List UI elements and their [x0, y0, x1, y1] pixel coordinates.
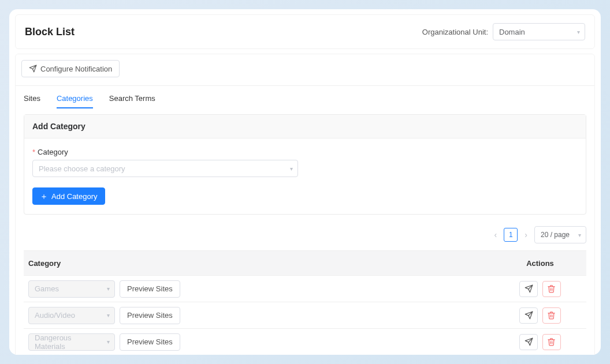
- page-next-button[interactable]: ›: [522, 229, 530, 241]
- preview-sites-label: Preview Sites: [127, 311, 173, 320]
- row-category-value: Audio/Video: [35, 311, 75, 320]
- notify-row-button[interactable]: [519, 307, 538, 324]
- trash-icon: [547, 337, 556, 346]
- configure-notification-button[interactable]: Configure Notification: [21, 60, 120, 77]
- preview-sites-button[interactable]: Preview Sites: [120, 333, 180, 351]
- send-icon: [525, 284, 533, 293]
- preview-sites-label: Preview Sites: [127, 284, 173, 293]
- tab-categories[interactable]: Categories: [57, 94, 93, 108]
- col-category-header: Category: [28, 259, 61, 268]
- trash-icon: [547, 284, 556, 293]
- row-category-value: Dangerous Materials: [35, 333, 98, 351]
- category-select-placeholder: Please choose a category: [39, 164, 125, 173]
- org-unit-label: Organizational Unit:: [422, 28, 488, 36]
- preview-sites-label: Preview Sites: [127, 337, 173, 346]
- table-row: Games ▾ Preview Sites: [24, 276, 586, 302]
- required-asterisk: *: [32, 148, 35, 156]
- category-field-label: *Category: [32, 148, 578, 156]
- page-number[interactable]: 1: [504, 228, 518, 242]
- row-category-select[interactable]: Games ▾: [28, 280, 115, 298]
- delete-row-button[interactable]: [542, 334, 561, 350]
- table-body: Games ▾ Preview Sites Audio/Video ▾ Prev…: [24, 276, 586, 355]
- tab-search-terms[interactable]: Search Terms: [109, 94, 155, 108]
- add-category-panel: Add Category *Category Please choose a c…: [24, 114, 586, 215]
- col-actions-header: Actions: [526, 259, 554, 268]
- notify-row-button[interactable]: [519, 334, 538, 350]
- tabs: Sites Categories Search Terms: [16, 86, 594, 108]
- add-category-button-label: Add Category: [51, 192, 98, 201]
- categories-table: Category Actions Games ▾ Preview Sites: [24, 250, 586, 355]
- pagination: ‹ 1 › 20 / page ▾: [16, 215, 594, 248]
- delete-row-button[interactable]: [542, 307, 561, 324]
- page-size-label: 20 / page: [541, 231, 570, 239]
- send-icon: [525, 337, 533, 346]
- chevron-down-icon: ▾: [107, 286, 110, 292]
- configure-notification-label: Configure Notification: [40, 65, 112, 73]
- row-category-value: Games: [35, 284, 59, 293]
- add-category-heading: Add Category: [24, 115, 586, 138]
- category-select[interactable]: Please choose a category ▾: [32, 160, 298, 177]
- table-row: Audio/Video ▾ Preview Sites: [24, 302, 586, 329]
- chevron-down-icon: ▾: [290, 166, 293, 172]
- send-icon: [525, 311, 533, 320]
- page-size-select[interactable]: 20 / page ▾: [534, 226, 586, 243]
- table-row: Dangerous Materials ▾ Preview Sites: [24, 329, 586, 355]
- send-icon: [29, 65, 37, 73]
- preview-sites-button[interactable]: Preview Sites: [120, 307, 180, 324]
- chevron-down-icon: ▾: [577, 29, 580, 35]
- preview-sites-button[interactable]: Preview Sites: [120, 280, 180, 298]
- notify-row-button[interactable]: [519, 281, 538, 297]
- trash-icon: [547, 311, 556, 320]
- org-unit-value: Domain: [499, 28, 525, 36]
- chevron-down-icon: ▾: [107, 339, 110, 345]
- org-unit-picker: Organizational Unit: Domain ▾: [422, 23, 585, 40]
- plus-icon: ＋: [40, 192, 48, 200]
- org-unit-select[interactable]: Domain ▾: [493, 23, 585, 40]
- chevron-down-icon: ▾: [107, 312, 110, 318]
- page-title: Block List: [25, 26, 75, 38]
- page-prev-button[interactable]: ‹: [492, 229, 500, 241]
- page-header: Block List Organizational Unit: Domain ▾: [15, 14, 595, 49]
- row-category-select[interactable]: Audio/Video ▾: [28, 307, 115, 324]
- row-category-select[interactable]: Dangerous Materials ▾: [28, 333, 115, 351]
- tab-sites[interactable]: Sites: [24, 94, 40, 108]
- add-category-button[interactable]: ＋ Add Category: [32, 187, 105, 205]
- table-header: Category Actions: [24, 250, 586, 276]
- delete-row-button[interactable]: [542, 281, 561, 297]
- chevron-down-icon: ▾: [578, 232, 581, 238]
- main-content: Configure Notification Sites Categories …: [15, 54, 595, 355]
